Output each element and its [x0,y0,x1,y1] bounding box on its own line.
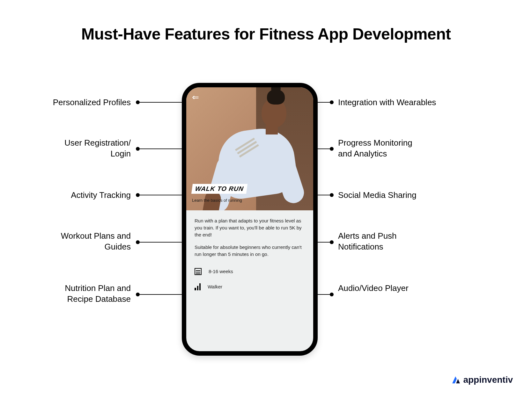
back-arrow-icon[interactable]: ⇐ [192,92,199,102]
feature-activity-tracking: Activity Tracking [35,190,131,201]
feature-alerts: Alerts and PushNotifications [338,231,472,252]
feature-progress-monitoring: Progress Monitoringand Analytics [338,138,472,159]
brand-logo: appinventiv [451,375,513,385]
level-icon [195,283,201,290]
level-text: Walker [208,284,222,289]
duration-row: 8-16 weeks [195,268,305,275]
feature-user-registration: User Registration/Login [35,138,131,159]
phone-mockup: ⇐ WALK TO RUN Learn the basics of runnin… [182,83,318,356]
feature-workout-plans: Workout Plans andGuides [35,231,131,252]
description-paragraph-2: Suitable for absolute beginners who curr… [195,244,305,258]
feature-nutrition-plan: Nutrition Plan andRecipe Database [35,283,131,305]
hero-image: ⇐ WALK TO RUN Learn the basics of runnin… [186,87,313,210]
description-paragraph-1: Run with a plan that adapts to your fitn… [195,217,305,238]
program-subtitle: Learn the basics of running [192,198,242,203]
brand-icon [451,375,461,385]
feature-social-sharing: Social Media Sharing [338,190,472,201]
feature-audio-video: Audio/Video Player [338,283,472,294]
brand-text: appinventiv [463,375,513,385]
program-title: WALK TO RUN [191,184,248,194]
diagram-title: Must-Have Features for Fitness App Devel… [0,25,532,43]
feature-personalized-profiles: Personalized Profiles [35,97,131,108]
program-description: Run with a plan that adapts to your fitn… [186,210,313,267]
feature-wearables: Integration with Wearables [338,97,472,108]
duration-text: 8-16 weeks [209,269,233,274]
calendar-icon [195,268,202,275]
level-row: Walker [195,283,305,290]
